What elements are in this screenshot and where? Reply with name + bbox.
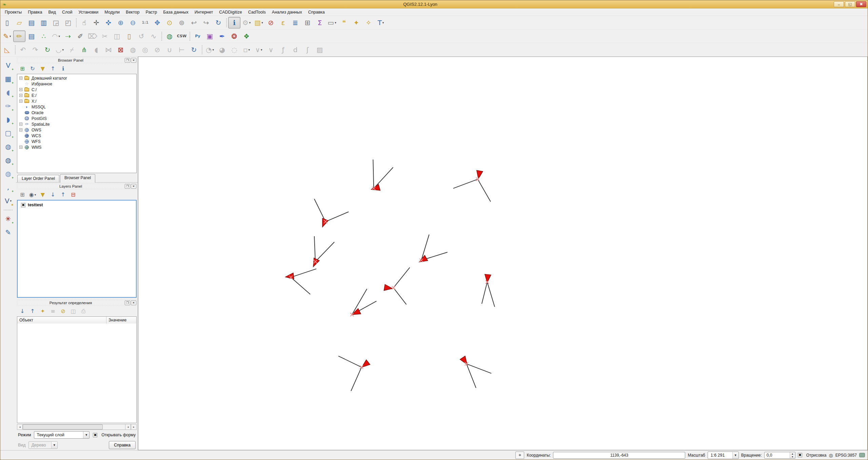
identify-clear-results-button[interactable]: ⊘ [58,307,68,316]
deselect-all-button[interactable]: ⊘ [265,17,277,28]
hscroll-track[interactable] [23,424,125,430]
column-value[interactable]: Значение [106,317,136,323]
rotate-point-symbols-button[interactable]: ↻ [188,44,200,56]
menu-item[interactable]: Правка [25,9,45,15]
identify-features-button[interactable]: ℹ [228,17,240,28]
identify-expand-new-button[interactable]: ✦ [38,307,48,316]
spin-down-icon[interactable]: ▼ [790,455,795,458]
new-shapefile-layer-button[interactable]: V✶▾ [2,194,15,208]
menu-item[interactable]: CadTools [245,9,269,15]
tab-layer-order-panel[interactable]: Layer Order Panel [17,175,59,182]
browser-tree-item[interactable]: ☆Избранное [17,81,136,87]
browser-tree-item[interactable]: +✑SpatiaLite [17,121,136,127]
expander-icon[interactable]: + [19,123,22,126]
select-features-button[interactable]: ▧▾ [253,17,265,28]
minimize-button[interactable]: – [834,1,844,7]
browser-filter-button[interactable]: ▼ [38,64,48,73]
layers-add-group-button[interactable]: ⊞ [17,190,27,199]
add-postgis-layer-button[interactable]: ◖+ [2,86,15,99]
browser-add-selected-layers-button[interactable]: ⊞ [17,64,27,73]
browser-tree-item[interactable]: ◗MSSQL [17,104,136,110]
menu-item[interactable]: База данных [160,9,191,15]
menu-item[interactable]: Слой [59,9,75,15]
delete-part-button[interactable]: ⊠ [115,44,127,56]
expander-icon[interactable]: + [19,94,22,97]
expander-icon[interactable]: + [19,100,22,103]
snap-geometry-button[interactable]: ◕ [216,44,228,56]
messages-balloon-icon[interactable] [859,453,865,457]
identify-table-body[interactable] [17,323,137,423]
browser-tree-item[interactable]: +C:/ [17,87,136,92]
add-oracle-layer-button[interactable]: ▢+ [2,126,15,140]
identify-panel-close-button[interactable]: ✕ [131,300,136,305]
new-bookmark-button[interactable]: ✦ [350,17,362,28]
map-canvas[interactable] [138,57,868,450]
browser-tree-item[interactable]: WFS [17,139,136,144]
help-button[interactable]: Справка [109,441,136,449]
browser-tree-item[interactable]: WCS [17,133,136,139]
add-mssql-layer-button[interactable]: ◗+ [2,113,15,126]
browser-tree-item[interactable]: +X:/ [17,98,136,104]
refresh-map-button[interactable]: ↻ [212,17,224,28]
browser-refresh-button[interactable]: ↻ [27,64,38,73]
circular-string-button[interactable]: ◠▾ [50,30,62,42]
pan-to-selection-button[interactable]: ✜ [102,17,115,28]
menu-item[interactable]: CADDigitize [216,9,245,15]
trim-extend-button[interactable]: ⊢ [176,44,188,56]
buffer-tool-button[interactable]: ◌ [228,44,240,56]
delete-selected-button[interactable]: ⌦ [86,30,99,42]
topology-plugin-button[interactable]: ✳+ [2,212,15,226]
open-attribute-table-button[interactable]: ≣ [289,17,301,28]
coordinates-input[interactable]: 1139,-643 [553,452,685,459]
map-tips-button[interactable]: ❝ [338,17,350,28]
zoom-out-button[interactable]: ⊖ [127,17,139,28]
add-wms-layer-button[interactable]: ◍+ [2,140,15,153]
view-combobox[interactable]: Дерево ▼ [28,441,58,449]
layer-visibility-checkbox[interactable]: ✖ [21,203,25,207]
layer-item[interactable]: ✖testtest [18,202,136,208]
mode-combobox[interactable]: Текущий слой ▼ [34,431,90,439]
node-network-tool-button[interactable]: ∨▾ [253,44,265,56]
expander-icon[interactable]: + [19,88,22,91]
undo-button[interactable]: ↶ [17,44,29,56]
browser-collapse-all-button[interactable]: ↑ [48,64,58,73]
browser-tree-item[interactable]: +E:/ [17,92,136,98]
hscroll-thumb[interactable] [23,424,103,430]
check-geometry-button[interactable]: ◔▾ [204,44,216,56]
identify-print-button[interactable]: ⎙ [78,307,88,316]
reshape-features-button[interactable]: ∪ [163,44,176,56]
caddigitize-plugin-button[interactable]: ▣ [204,30,216,42]
crs-globe-icon[interactable]: ◍ [829,453,833,458]
add-wcs-layer-button[interactable]: ◍+ [2,153,15,167]
zoom-full-button[interactable]: ✥ [151,17,163,28]
field-calculator-sum-button[interactable]: Σ [314,17,326,28]
add-raster-layer-button[interactable]: ▦+ [2,72,15,86]
add-wfs-layer-button[interactable]: ◍+ [2,167,15,181]
offset-curve-button[interactable]: ◡▾ [54,44,66,56]
identify-expand-all-button[interactable]: ↓ [17,307,27,316]
green-map-plugin-button[interactable]: ❖ [240,30,253,42]
browser-properties-button[interactable]: ℹ [58,64,68,73]
browser-tree-item[interactable]: +OWS [17,127,136,133]
spin-up-icon[interactable]: ▲ [790,452,795,455]
identify-hscrollbar[interactable]: ◂ ◂ ▸ [17,424,137,430]
zoom-native-button[interactable]: 1:1 [139,17,151,28]
save-layer-edits-button[interactable]: ▤ [25,30,38,42]
cut-features-button[interactable]: ✂ [99,30,111,42]
paste-features-button[interactable]: ▯ [123,30,135,42]
new-composer-button[interactable]: ◲ [50,17,62,28]
open-form-checkbox[interactable]: ✖ [93,433,97,437]
delete-ring-button[interactable]: ⊘ [151,44,163,56]
expander-icon[interactable]: + [19,77,22,80]
crs-status[interactable]: EPSG:3857 [835,453,857,458]
hatch-tool-button[interactable]: ▨ [314,44,326,56]
layers-panel-close-button[interactable]: ✕ [131,184,136,189]
red-layers-plugin-button[interactable]: ❂ [228,30,240,42]
expander-icon[interactable]: + [19,146,22,149]
merge-attributes-button[interactable]: ⋈ [102,44,115,56]
split-parts-button[interactable]: ⋔ [78,44,90,56]
layers-collapse-all-button[interactable]: ↑ [58,190,68,199]
expander-icon[interactable]: + [19,128,22,131]
tab-browser-panel[interactable]: Browser Panel [60,174,95,183]
add-vector-layer-button[interactable]: V+ [2,59,15,72]
